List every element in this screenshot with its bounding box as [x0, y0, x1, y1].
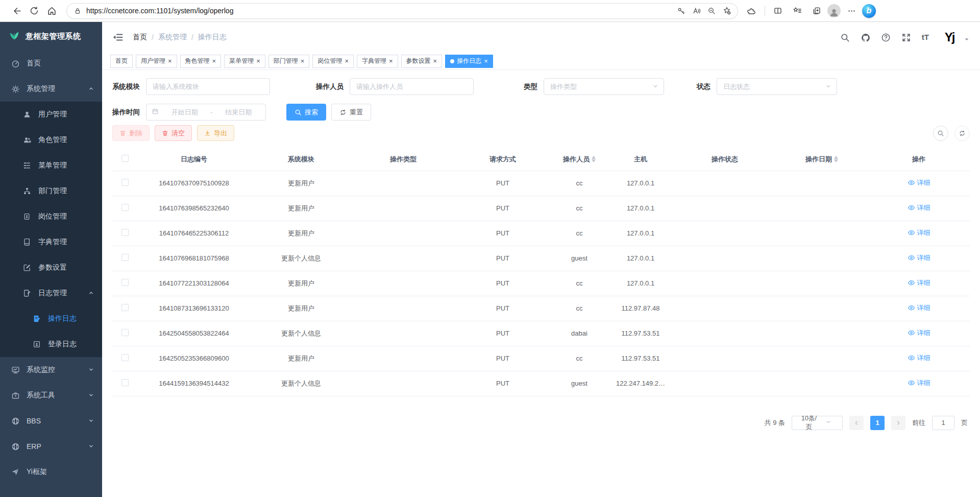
extensions-icon[interactable] — [743, 2, 761, 19]
browser-back-icon[interactable] — [8, 2, 26, 19]
prev-page-button[interactable] — [849, 416, 864, 430]
sidebar-item-dict-mgmt[interactable]: 字典管理 — [0, 229, 102, 255]
favorites-bar-icon[interactable] — [789, 2, 806, 19]
breadcrumb-home[interactable]: 首页 — [133, 33, 147, 42]
row-checkbox[interactable] — [121, 179, 129, 186]
tab-dept-mgmt[interactable]: 部门管理× — [268, 55, 310, 68]
clear-button[interactable]: 清空 — [155, 125, 192, 141]
password-key-icon[interactable] — [673, 4, 689, 17]
read-aloud-icon[interactable] — [689, 4, 704, 17]
sidebar-item-param-settings[interactable]: 参数设置 — [0, 255, 102, 280]
browser-more-icon[interactable] — [843, 2, 860, 19]
refresh-table-icon[interactable] — [954, 126, 970, 141]
github-icon[interactable] — [861, 33, 870, 42]
sidebar-item-home[interactable]: 首页 — [0, 51, 102, 76]
row-checkbox[interactable] — [121, 354, 129, 361]
page-number-1[interactable]: 1 — [870, 416, 885, 430]
sidebar-item-system-monitor[interactable]: 系统监控 — [0, 357, 102, 383]
sidebar-item-bbs[interactable]: BBS — [0, 408, 102, 434]
detail-link[interactable]: 详细 — [908, 303, 930, 313]
detail-link[interactable]: 详细 — [908, 378, 930, 388]
row-checkbox[interactable] — [121, 329, 129, 336]
row-checkbox[interactable] — [121, 379, 129, 386]
page-size-select[interactable]: 10条/页 — [792, 416, 843, 430]
tab-close-icon[interactable]: × — [212, 58, 216, 64]
delete-button[interactable]: 删除 — [112, 125, 150, 141]
browser-home-icon[interactable] — [43, 2, 60, 19]
tab-close-icon[interactable]: × — [168, 58, 172, 64]
browser-profile-avatar[interactable] — [827, 4, 841, 17]
sidebar-item-system-mgmt[interactable]: 系统管理 — [0, 76, 102, 102]
tab-close-icon[interactable]: × — [433, 58, 437, 64]
detail-link[interactable]: 详细 — [908, 278, 930, 288]
detail-link[interactable]: 详细 — [908, 228, 930, 238]
sidebar-item-role-mgmt[interactable]: 角色管理 — [0, 127, 102, 153]
tab-close-icon[interactable]: × — [345, 58, 349, 64]
url-text[interactable]: https://ccnetcore.com:1101/system/log/op… — [86, 7, 673, 15]
tab-close-icon[interactable]: × — [256, 58, 260, 64]
date-range-picker[interactable]: 开始日期 - 结束日期 — [146, 104, 266, 121]
app-logo[interactable]: 意框架管理系统 — [0, 22, 102, 51]
row-checkbox[interactable] — [121, 279, 129, 286]
collections-icon[interactable] — [808, 2, 825, 19]
row-checkbox[interactable] — [121, 254, 129, 261]
row-checkbox[interactable] — [121, 204, 129, 211]
tab-role-mgmt[interactable]: 角色管理× — [180, 55, 222, 68]
tab-param-settings[interactable]: 参数设置× — [401, 55, 443, 68]
export-button[interactable]: 导出 — [197, 125, 234, 141]
detail-link[interactable]: 详细 — [908, 328, 930, 338]
sidebar-fold-icon[interactable] — [112, 32, 124, 43]
header-search-icon[interactable] — [840, 33, 850, 42]
bing-chat-icon[interactable]: b — [862, 4, 876, 18]
tab-close-icon[interactable]: × — [301, 58, 305, 64]
tab-post-mgmt[interactable]: 岗位管理× — [312, 55, 354, 68]
sidebar-item-user-mgmt[interactable]: 用户管理 — [0, 102, 102, 127]
row-checkbox[interactable] — [121, 304, 129, 311]
detail-link[interactable]: 详细 — [908, 353, 930, 363]
reset-button[interactable]: 重置 — [331, 104, 371, 121]
detail-link[interactable]: 详细 — [908, 203, 930, 212]
goto-page-input[interactable] — [932, 416, 954, 430]
tab-menu-mgmt[interactable]: 菜单管理× — [224, 55, 265, 68]
detail-link[interactable]: 详细 — [908, 178, 930, 187]
row-checkbox[interactable] — [121, 229, 129, 236]
help-icon[interactable] — [881, 33, 891, 42]
lock-icon[interactable] — [74, 7, 81, 15]
sidebar-item-system-tools[interactable]: 系统工具 — [0, 383, 102, 408]
tab-oper-log[interactable]: 操作日志× — [445, 55, 493, 68]
tab-close-icon[interactable]: × — [484, 58, 488, 64]
sidebar-item-log-mgmt[interactable]: 日志管理 — [0, 280, 102, 306]
font-size-icon[interactable]: tT — [922, 33, 929, 42]
tab-home[interactable]: 首页 — [110, 55, 133, 68]
type-select[interactable]: 操作类型 — [544, 78, 664, 95]
status-select[interactable]: 日志状态 — [717, 78, 837, 95]
address-bar[interactable]: https://ccnetcore.com:1101/system/log/op… — [66, 3, 738, 19]
search-button[interactable]: 搜索 — [286, 104, 326, 121]
toggle-search-icon[interactable] — [933, 126, 948, 141]
sidebar-item-dept-mgmt[interactable]: 部门管理 — [0, 178, 102, 204]
sidebar-item-login-log[interactable]: 登录日志 — [0, 332, 102, 357]
module-input[interactable] — [146, 78, 270, 95]
sidebar-item-erp[interactable]: ERP — [0, 434, 102, 459]
zoom-out-icon[interactable] — [704, 4, 719, 17]
detail-link[interactable]: 详细 — [908, 253, 930, 263]
next-page-button[interactable] — [891, 416, 905, 430]
sort-date[interactable]: 操作日期 — [805, 155, 838, 164]
sidebar-item-yi-framework[interactable]: Yi框架 — [0, 459, 102, 485]
tab-user-mgmt[interactable]: 用户管理× — [136, 55, 177, 68]
tab-label: 菜单管理 — [229, 57, 254, 65]
sidebar-item-oper-log[interactable]: 操作日志 — [0, 306, 102, 332]
favorites-add-icon[interactable] — [719, 4, 734, 17]
browser-reload-icon[interactable] — [26, 2, 43, 19]
avatar-caret-icon[interactable] — [964, 35, 970, 44]
fullscreen-icon[interactable] — [901, 33, 911, 42]
sort-operator[interactable]: 操作人员 — [563, 155, 596, 164]
tab-close-icon[interactable]: × — [389, 58, 393, 64]
tab-dict-mgmt[interactable]: 字典管理× — [357, 55, 398, 68]
sidebar-item-post-mgmt[interactable]: 岗位管理 — [0, 204, 102, 229]
split-screen-icon[interactable] — [769, 2, 787, 19]
operator-input[interactable] — [350, 78, 474, 95]
user-avatar[interactable]: Yj — [940, 28, 959, 47]
select-all-checkbox[interactable] — [121, 155, 129, 162]
sidebar-item-menu-mgmt[interactable]: 菜单管理 — [0, 153, 102, 178]
